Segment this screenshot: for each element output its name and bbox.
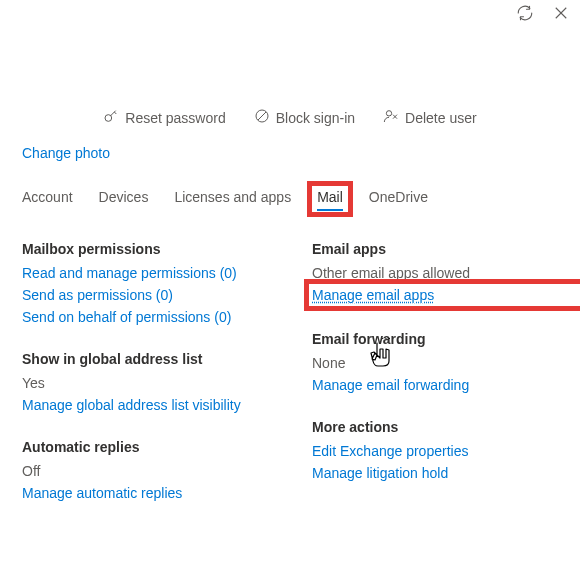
block-icon (254, 108, 270, 127)
delete-user-button[interactable]: Delete user (383, 108, 477, 127)
key-icon (103, 108, 119, 127)
automatic-replies-title: Automatic replies (22, 439, 312, 455)
edit-exchange-properties-link[interactable]: Edit Exchange properties (312, 443, 580, 459)
block-signin-label: Block sign-in (276, 110, 355, 126)
tab-devices[interactable]: Devices (99, 189, 149, 211)
email-apps-section: Email apps Other email apps allowed Mana… (312, 241, 580, 303)
email-apps-value: Other email apps allowed (312, 265, 580, 281)
reset-password-label: Reset password (125, 110, 225, 126)
refresh-icon[interactable] (516, 4, 534, 22)
tab-onedrive[interactable]: OneDrive (369, 189, 428, 211)
manage-global-address-link[interactable]: Manage global address list visibility (22, 397, 312, 413)
reset-password-button[interactable]: Reset password (103, 108, 225, 127)
global-address-value: Yes (22, 375, 312, 391)
manage-email-forwarding-link[interactable]: Manage email forwarding (312, 377, 580, 393)
tab-bar: Account Devices Licenses and apps Mail O… (22, 189, 580, 211)
send-as-permissions-link[interactable]: Send as permissions (0) (22, 287, 312, 303)
manage-litigation-hold-link[interactable]: Manage litigation hold (312, 465, 580, 481)
tab-account[interactable]: Account (22, 189, 73, 211)
read-manage-permissions-link[interactable]: Read and manage permissions (0) (22, 265, 312, 281)
user-actions-row: Reset password Block sign-in Delete user (0, 108, 580, 127)
block-signin-button[interactable]: Block sign-in (254, 108, 355, 127)
close-icon[interactable] (552, 4, 570, 22)
manage-automatic-replies-link[interactable]: Manage automatic replies (22, 485, 312, 501)
send-on-behalf-permissions-link[interactable]: Send on behalf of permissions (0) (22, 309, 312, 325)
tab-mail[interactable]: Mail (317, 189, 343, 211)
tab-licenses[interactable]: Licenses and apps (174, 189, 291, 211)
automatic-replies-value: Off (22, 463, 312, 479)
delete-user-icon (383, 108, 399, 127)
email-forwarding-section: Email forwarding None Manage email forwa… (312, 331, 580, 393)
manage-email-apps-link[interactable]: Manage email apps (312, 287, 580, 303)
mailbox-permissions-title: Mailbox permissions (22, 241, 312, 257)
tab-underline (317, 209, 343, 211)
global-address-section: Show in global address list Yes Manage g… (22, 351, 312, 413)
global-address-title: Show in global address list (22, 351, 312, 367)
delete-user-label: Delete user (405, 110, 477, 126)
change-photo-link[interactable]: Change photo (22, 145, 110, 161)
automatic-replies-section: Automatic replies Off Manage automatic r… (22, 439, 312, 501)
more-actions-section: More actions Edit Exchange properties Ma… (312, 419, 580, 481)
more-actions-title: More actions (312, 419, 580, 435)
mailbox-permissions-section: Mailbox permissions Read and manage perm… (22, 241, 312, 325)
email-forwarding-title: Email forwarding (312, 331, 580, 347)
svg-line-4 (258, 112, 266, 120)
email-forwarding-value: None (312, 355, 580, 371)
email-apps-title: Email apps (312, 241, 580, 257)
svg-point-5 (386, 111, 391, 116)
